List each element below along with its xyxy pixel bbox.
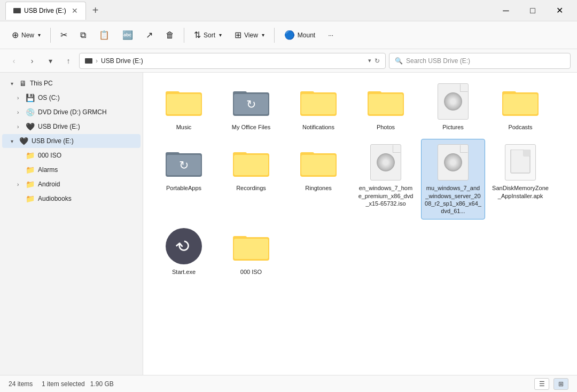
sidebar-item-label: 000 ISO xyxy=(38,152,61,159)
sidebar-item-dvd-drive[interactable]: › 💿 DVD Drive (D:) GRMCH xyxy=(2,105,141,119)
file-label: Notifications xyxy=(302,123,334,131)
file-label: Pictures xyxy=(442,123,464,131)
drive-icon xyxy=(85,58,92,64)
disc-icon xyxy=(444,153,462,171)
expand-icon: › xyxy=(17,182,24,187)
close-button[interactable]: ✕ xyxy=(547,2,572,19)
folder-icon xyxy=(166,87,202,116)
disc-icon xyxy=(444,92,462,111)
file-item[interactable]: Podcasts xyxy=(488,78,552,136)
expand-icon: ▾ xyxy=(11,138,17,144)
sidebar-item-usb-drive[interactable]: ▾ 🖤 USB Drive (E:) xyxy=(2,134,141,148)
address-field[interactable]: › USB Drive (E:) ▾ ↻ xyxy=(79,53,386,69)
forward-button[interactable]: › xyxy=(25,53,40,68)
new-button[interactable]: ⊕ New ▾ xyxy=(6,26,46,45)
drive-icon: 💾 xyxy=(26,93,35,102)
svg-text:↻: ↻ xyxy=(246,98,256,111)
file-label: mu_windows_7_and_windows_server_2008_r2_… xyxy=(425,184,481,215)
tab-drive-icon xyxy=(13,8,21,13)
sidebar: ▾ 🖥 This PC › 💾 OS (C:) › 💿 DVD Drive (D… xyxy=(0,73,143,375)
sort-button[interactable]: ⇅ Sort ▾ xyxy=(189,26,227,45)
folder-icon xyxy=(233,148,269,177)
copy-button[interactable]: ⧉ xyxy=(75,26,91,45)
sidebar-item-alarms[interactable]: 📁 Alarms xyxy=(2,163,141,177)
view-label: View xyxy=(244,32,258,39)
file-item[interactable]: en_windows_7_home_premium_x86_dvd_x15-65… xyxy=(354,139,418,219)
disc-file-icon xyxy=(438,144,469,181)
delete-icon: 🗑 xyxy=(166,30,174,40)
cut-button[interactable]: ✂ xyxy=(55,26,73,45)
delete-button[interactable]: 🗑 xyxy=(160,26,180,45)
back-button[interactable]: ‹ xyxy=(6,53,21,68)
sidebar-item-usb-drive-child[interactable]: › 🖤 USB Drive (E:) xyxy=(2,120,141,134)
file-icon-wrap: ↻ xyxy=(165,228,202,265)
status-bar: 24 items 1 item selected 1.90 GB ☰ ⊞ xyxy=(0,375,577,392)
view-button[interactable]: ⊞ View ▾ xyxy=(229,26,270,45)
mount-icon: 🔵 xyxy=(284,30,295,40)
sidebar-item-label: This PC xyxy=(30,80,53,87)
paste-button[interactable]: 📋 xyxy=(93,26,115,45)
sidebar-item-label: USB Drive (E:) xyxy=(32,137,74,145)
file-item[interactable]: Music xyxy=(152,78,216,136)
file-item-selected[interactable]: mu_windows_7_and_windows_server_2008_r2_… xyxy=(421,139,485,219)
window-controls: ─ □ ✕ xyxy=(494,2,572,19)
dvd-icon: 💿 xyxy=(26,108,35,116)
folder-dark-icon: ↻ xyxy=(233,87,269,116)
sidebar-item-label: OS (C:) xyxy=(38,94,60,101)
more-button[interactable]: ··· xyxy=(323,26,339,45)
grid-view-toggle[interactable]: ⊞ xyxy=(553,378,568,390)
share-button[interactable]: ↗ xyxy=(141,26,158,45)
tab-close-button[interactable]: ✕ xyxy=(72,6,78,15)
file-item[interactable]: SanDiskMemoryZone_AppInstaller.apk xyxy=(488,139,552,219)
file-icon-wrap: ↻ xyxy=(165,144,202,181)
up-button[interactable]: ↑ xyxy=(61,53,76,68)
file-label: en_windows_7_home_premium_x86_dvd_x15-65… xyxy=(357,184,414,207)
sidebar-item-000-iso[interactable]: 📁 000 ISO xyxy=(2,148,141,162)
new-icon: ⊕ xyxy=(12,30,19,40)
search-icon: 🔍 xyxy=(395,57,403,65)
maximize-button[interactable]: □ xyxy=(520,2,545,19)
file-label: Music xyxy=(176,123,192,131)
address-text: USB Drive (E:) xyxy=(101,57,365,65)
recent-button[interactable]: ▾ xyxy=(43,53,58,68)
search-field[interactable]: 🔍 Search USB Drive (E:) xyxy=(389,53,571,69)
sidebar-item-this-pc[interactable]: ▾ 🖥 This PC xyxy=(2,76,141,90)
title-bar: USB Drive (E:) ✕ + ─ □ ✕ xyxy=(0,0,577,21)
search-placeholder: Search USB Drive (E:) xyxy=(406,57,470,65)
sidebar-item-os-c[interactable]: › 💾 OS (C:) xyxy=(2,91,141,105)
sort-icon: ⇅ xyxy=(194,30,201,40)
sidebar-item-audiobooks[interactable]: 📁 Audiobooks xyxy=(2,192,141,206)
file-item[interactable]: Photos xyxy=(354,78,418,136)
address-chevron-icon: ▾ xyxy=(368,57,371,64)
file-item[interactable]: ↻ PortableApps xyxy=(152,139,216,219)
sidebar-item-android[interactable]: › 📁 Android xyxy=(2,177,141,191)
file-item[interactable]: ↻ My Office Files xyxy=(219,78,283,136)
main-layout: ▾ 🖥 This PC › 💾 OS (C:) › 💿 DVD Drive (D… xyxy=(0,73,577,375)
status-right: ☰ ⊞ xyxy=(534,378,568,390)
svg-rect-25 xyxy=(301,155,336,175)
selected-count: 1 item selected xyxy=(42,380,85,388)
rename-button[interactable]: 🔤 xyxy=(117,26,138,45)
list-view-toggle[interactable]: ☰ xyxy=(534,378,549,390)
file-item[interactable]: Pictures xyxy=(421,78,485,136)
file-icon-wrap xyxy=(434,83,472,120)
refresh-button[interactable]: ↻ xyxy=(375,57,380,65)
minimize-button[interactable]: ─ xyxy=(494,2,518,19)
file-item[interactable]: Ringtones xyxy=(286,139,350,219)
svg-text:↻: ↻ xyxy=(179,159,189,172)
new-tab-button[interactable]: + xyxy=(88,2,103,19)
file-item[interactable]: Recordings xyxy=(219,139,283,219)
svg-rect-15 xyxy=(503,94,537,114)
file-label: Recordings xyxy=(236,184,266,192)
item-count: 24 items xyxy=(9,380,33,388)
mount-label: Mount xyxy=(298,32,315,39)
file-item[interactable]: ↻ Start.exe xyxy=(152,223,216,280)
active-tab[interactable]: USB Drive (E:) ✕ xyxy=(5,2,86,20)
sort-label: Sort xyxy=(204,32,215,39)
pc-icon: 🖥 xyxy=(19,79,27,88)
share-icon: ↗ xyxy=(146,30,153,40)
address-bar: ‹ › ▾ ↑ › USB Drive (E:) ▾ ↻ 🔍 Search US… xyxy=(0,49,577,73)
mount-button[interactable]: 🔵 Mount xyxy=(279,26,321,45)
file-item[interactable]: 000 ISO xyxy=(219,223,283,280)
file-item[interactable]: Notifications xyxy=(286,78,350,136)
